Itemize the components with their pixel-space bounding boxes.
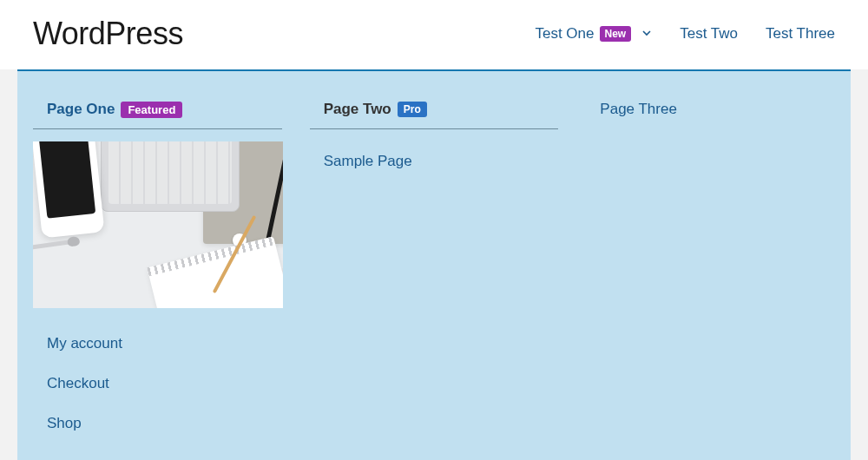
nav-label: Test Three bbox=[766, 25, 835, 43]
column-image bbox=[33, 141, 283, 308]
nav-item-test-three[interactable]: Test Three bbox=[766, 25, 835, 43]
column-heading-page-three[interactable]: Page Three bbox=[586, 101, 835, 118]
mega-column-3: Page Three bbox=[586, 101, 835, 444]
header: WordPress Test One New Test Two Test Thr… bbox=[0, 0, 868, 69]
column-title: Page Two bbox=[324, 101, 391, 118]
menu-link-my-account[interactable]: My account bbox=[33, 324, 282, 364]
site-logo: WordPress bbox=[33, 16, 183, 52]
menu-link-checkout[interactable]: Checkout bbox=[33, 364, 282, 404]
column-title: Page One bbox=[47, 101, 115, 118]
nav-label: Test One bbox=[535, 25, 594, 43]
mega-column-1: Page One Featured My account Checkout Sh… bbox=[33, 101, 282, 444]
menu-link-shop[interactable]: Shop bbox=[33, 404, 282, 444]
column-heading-page-two: Page Two Pro bbox=[310, 101, 559, 129]
column-heading-page-one[interactable]: Page One Featured bbox=[33, 101, 282, 129]
mega-column-2: Page Two Pro Sample Page bbox=[310, 101, 559, 444]
badge-new: New bbox=[600, 26, 632, 42]
badge-pro: Pro bbox=[398, 102, 427, 117]
mega-menu-columns: Page One Featured My account Checkout Sh… bbox=[33, 101, 835, 444]
nav-item-test-two[interactable]: Test Two bbox=[680, 25, 738, 43]
chevron-down-icon bbox=[641, 25, 652, 43]
primary-nav: Test One New Test Two Test Three bbox=[535, 25, 835, 43]
menu-link-sample-page[interactable]: Sample Page bbox=[310, 141, 559, 181]
nav-label: Test Two bbox=[680, 25, 738, 43]
badge-featured: Featured bbox=[121, 102, 182, 118]
mega-menu-panel: Page One Featured My account Checkout Sh… bbox=[17, 69, 851, 460]
nav-item-test-one[interactable]: Test One New bbox=[535, 25, 652, 43]
